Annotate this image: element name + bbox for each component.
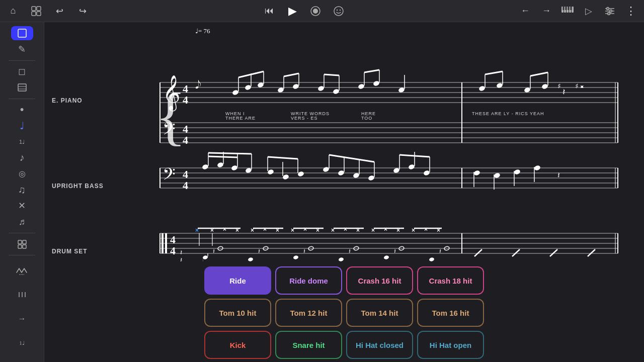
kick-button[interactable]: Kick	[204, 331, 271, 359]
mixer-icon[interactable]	[603, 4, 617, 18]
redo-icon[interactable]: ↪	[75, 4, 90, 18]
home-icon[interactable]: ⌂	[6, 4, 20, 18]
triplet-icon[interactable]	[11, 284, 33, 306]
svg-text:𝄽: 𝄽	[349, 249, 351, 253]
svg-text:4: 4	[183, 179, 188, 192]
rewind-icon[interactable]: ⏮	[262, 4, 276, 18]
svg-text:𝄽: 𝄽	[258, 249, 260, 253]
svg-text:THERE ARE: THERE ARE	[225, 116, 256, 121]
svg-point-8	[340, 9, 341, 10]
tom-16-button[interactable]: Tom 16 hit	[417, 299, 484, 327]
svg-point-147	[338, 170, 345, 176]
score-area: ♩= 76 E. PIANO UPRIGHT BASS DRUM SET 𝄞 4	[44, 22, 644, 284]
pad-row-3: Kick Snare hit Hi Hat closed Hi Hat open	[204, 331, 484, 359]
ghost-note-icon[interactable]: ◎	[11, 167, 33, 181]
svg-point-64	[358, 83, 365, 90]
smiley-icon[interactable]	[332, 4, 346, 18]
drum-pads: Ride Ride dome Crash 16 hit Crash 18 hit…	[44, 261, 644, 362]
svg-point-130	[217, 162, 224, 168]
svg-point-166	[473, 170, 480, 176]
svg-rect-30	[18, 245, 22, 248]
svg-point-77	[478, 85, 486, 92]
crash-16-button[interactable]: Crash 16 hit	[346, 266, 413, 295]
svg-rect-24	[18, 29, 26, 37]
svg-point-132	[231, 165, 238, 171]
svg-point-172	[534, 165, 541, 171]
eraser-tool-icon[interactable]: ◻	[11, 64, 33, 78]
svg-point-69	[398, 87, 405, 94]
svg-rect-31	[23, 245, 26, 248]
library-icon[interactable]	[11, 80, 33, 95]
tom-10-button[interactable]: Tom 10 hit	[204, 299, 271, 327]
x-icon[interactable]: ✕	[11, 199, 33, 213]
svg-line-242	[474, 249, 482, 256]
svg-point-134	[245, 167, 252, 174]
svg-text:𝄽: 𝄽	[213, 249, 215, 253]
svg-line-245	[588, 249, 595, 256]
svg-line-86	[530, 72, 548, 76]
ride-button[interactable]: Ride	[204, 266, 271, 295]
zigzag-icon[interactable]	[11, 259, 33, 282]
piano-roll-icon[interactable]	[560, 4, 575, 18]
play-icon[interactable]: ▶	[285, 4, 299, 18]
divider-4	[9, 255, 35, 255]
svg-text:DRUM SET: DRUM SET	[52, 248, 88, 255]
record-icon[interactable]	[308, 4, 323, 18]
undo-icon[interactable]: ↩	[52, 4, 66, 18]
svg-point-128	[202, 164, 209, 170]
svg-line-137	[208, 156, 237, 157]
svg-text:×: ×	[223, 226, 226, 233]
expand-icon[interactable]: ▷	[582, 4, 596, 18]
svg-text:𝄽: 𝄽	[557, 172, 560, 178]
svg-point-154	[393, 167, 400, 174]
note-value-icon[interactable]: 1♩	[11, 332, 33, 354]
svg-rect-13	[572, 7, 574, 13]
toolbar: ⌂ ↩ ↪ ⏮ ▶ ← →	[0, 0, 644, 22]
select-tool-icon[interactable]	[11, 26, 33, 40]
svg-point-151	[368, 175, 375, 182]
svg-text:TOO: TOO	[361, 116, 372, 121]
ride-dome-button[interactable]: Ride dome	[275, 266, 342, 295]
svg-line-144	[268, 157, 298, 159]
svg-text:E. PIANO: E. PIANO	[52, 97, 83, 104]
arrow-left-icon[interactable]: ←	[518, 4, 532, 18]
svg-point-47	[232, 89, 239, 96]
hihat-closed-button[interactable]: Hi Hat closed	[346, 331, 413, 359]
quarter-note-icon[interactable]: ♩	[11, 119, 33, 133]
snare-hit-button[interactable]: Snare hit	[275, 331, 342, 359]
svg-line-244	[550, 249, 557, 256]
arrow-right-icon[interactable]: →	[11, 308, 33, 330]
svg-point-51	[257, 82, 264, 88]
note-tie-icon[interactable]: 1♩	[11, 135, 33, 149]
svg-text:UPRIGHT BASS: UPRIGHT BASS	[52, 183, 104, 190]
svg-point-225	[202, 255, 208, 259]
svg-point-6	[334, 7, 343, 16]
pencil-tool-icon[interactable]: ✎	[11, 42, 33, 56]
hihat-open-button[interactable]: Hi Hat open	[417, 331, 484, 359]
grid-tool-icon[interactable]	[11, 237, 33, 251]
svg-rect-17	[571, 7, 572, 10]
svg-point-168	[494, 172, 501, 179]
dot-icon[interactable]: •	[11, 103, 33, 117]
eighth-note-icon[interactable]: ♫	[11, 183, 33, 197]
main-content: ♩= 76 E. PIANO UPRIGHT BASS DRUM SET 𝄞 4	[44, 22, 644, 362]
svg-point-138	[267, 169, 274, 175]
svg-point-84	[541, 83, 548, 90]
more-icon[interactable]: ⋮	[624, 4, 638, 18]
grid-icon[interactable]	[29, 4, 43, 18]
crash-18-button[interactable]: Crash 18 hit	[417, 266, 484, 295]
svg-text:𝄽: 𝄽	[180, 250, 182, 255]
svg-text:×: ×	[303, 226, 307, 233]
svg-point-145	[323, 166, 330, 173]
tom-14-button[interactable]: Tom 14 hit	[346, 299, 413, 327]
sixteenth-note-icon[interactable]: ♬	[11, 215, 33, 229]
svg-rect-1	[37, 7, 41, 11]
tom-12-button[interactable]: Tom 12 hit	[275, 299, 342, 327]
svg-point-142	[297, 171, 304, 177]
svg-text:♯: ♯	[557, 82, 561, 90]
divider-2	[9, 99, 35, 99]
svg-rect-15	[566, 7, 567, 10]
svg-text:VERS - ES: VERS - ES	[291, 116, 318, 121]
arrow-right-icon[interactable]: →	[539, 4, 553, 18]
dotted-note-icon[interactable]: ♪	[11, 151, 33, 165]
